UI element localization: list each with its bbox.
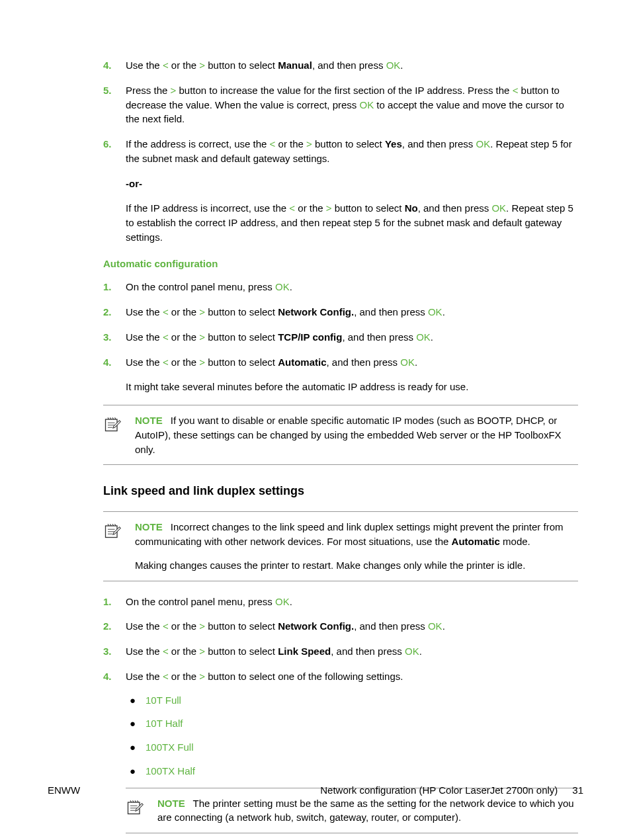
step-body: Use the < or the > button to select Manu… bbox=[126, 58, 578, 73]
note-box-1: NOTE If you want to disable or enable sp… bbox=[103, 405, 578, 465]
note-icon bbox=[126, 796, 157, 825]
note-icon bbox=[103, 520, 135, 572]
auto-step-1: 1. On the control panel menu, press OK. bbox=[103, 280, 578, 294]
step-number: 6. bbox=[103, 137, 126, 245]
note-icon bbox=[103, 413, 135, 456]
link-step-1: 1. On the control panel menu, press OK. bbox=[103, 595, 578, 609]
speed-options-list: ●10T Full ●10T Half ●100TX Full ●100TX H… bbox=[126, 693, 578, 778]
page-footer: ENWW Network configuration (HP Color Las… bbox=[48, 783, 583, 798]
step-4: 4. Use the < or the > button to select M… bbox=[103, 58, 578, 73]
auto-step-4: 4. Use the < or the > button to select A… bbox=[103, 355, 578, 395]
auto-step-3: 3. Use the < or the > button to select T… bbox=[103, 330, 578, 345]
step-5: 5. Press the > button to increase the va… bbox=[103, 83, 578, 126]
page-number: 31 bbox=[572, 783, 583, 798]
step-6: 6. If the address is correct, use the < … bbox=[103, 137, 578, 245]
footer-title: Network configuration (HP Color LaserJet… bbox=[320, 783, 558, 798]
list-item: ●100TX Half bbox=[126, 764, 578, 778]
step-body: Press the > button to increase the value… bbox=[126, 83, 578, 126]
link-step-3: 3. Use the < or the > button to select L… bbox=[103, 644, 578, 659]
footer-left: ENWW bbox=[48, 783, 80, 798]
note-box-2: NOTE Incorrect changes to the link speed… bbox=[103, 511, 578, 581]
link-step-4: 4. Use the < or the > button to select o… bbox=[103, 669, 578, 684]
automatic-configuration-heading: Automatic configuration bbox=[103, 257, 578, 271]
list-item: ●10T Half bbox=[126, 716, 578, 731]
link-step-2: 2. Use the < or the > button to select N… bbox=[103, 619, 578, 634]
step-number: 4. bbox=[103, 58, 126, 73]
list-item: ●10T Full bbox=[126, 693, 578, 708]
auto-step-2: 2. Use the < or the > button to select N… bbox=[103, 305, 578, 319]
step-number: 5. bbox=[103, 83, 126, 126]
link-speed-heading: Link speed and link duplex settings bbox=[103, 482, 578, 499]
list-item: ●100TX Full bbox=[126, 740, 578, 755]
step-body: If the address is correct, use the < or … bbox=[126, 137, 578, 245]
